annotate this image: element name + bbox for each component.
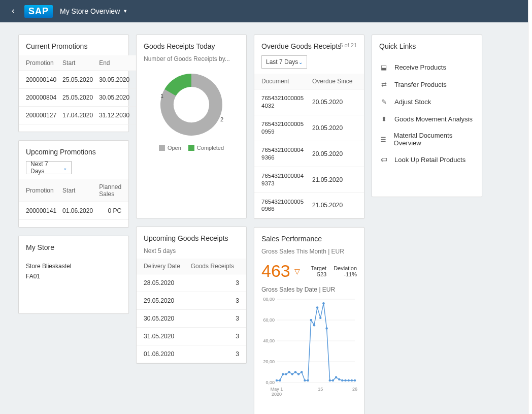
svg-text:26: 26 [352, 387, 357, 392]
card-title: Quick Links [372, 41, 482, 55]
col-planned: Planned Sales [96, 179, 128, 202]
quick-link-adjust-stock[interactable]: ✎Adjust Stock [379, 93, 475, 110]
svg-point-25 [310, 319, 312, 321]
card-title: Current Promotions [19, 41, 128, 55]
deviation-value: -11% [334, 271, 357, 277]
adjust-icon: ✎ [379, 97, 388, 106]
card-upcoming-promotions[interactable]: Upcoming Promotions Next 7 Days ⌄ Promot… [18, 140, 129, 228]
shell-header: SAP My Store Overview ▼ [0, 0, 532, 22]
chart-icon: ⬍ [379, 114, 388, 123]
kpi-value: 463 [261, 261, 290, 281]
quick-link-transfer-products[interactable]: ⇄Transfer Products [379, 76, 475, 93]
svg-point-20 [294, 371, 296, 373]
svg-text:15: 15 [318, 387, 323, 392]
store-name: Store Blieskastel [26, 263, 121, 270]
card-my-store[interactable]: My Store Store Blieskastel FA01 [18, 236, 129, 314]
col-promotion: Promotion [19, 179, 59, 202]
card-title: My Store [19, 242, 128, 257]
svg-text:May 1: May 1 [271, 387, 283, 392]
table-row[interactable]: 28.05.20203 [137, 274, 246, 292]
target-label: Target [311, 265, 327, 271]
table-header-row: Promotion Start Planned Sales [19, 179, 128, 202]
svg-point-33 [335, 376, 337, 378]
col-count: Goods Receipts [188, 259, 246, 274]
transfer-icon: ⇄ [379, 80, 388, 89]
table-row[interactable]: 20000014025.05.202030.05.2020 [19, 71, 137, 89]
table-row[interactable]: 7654321000005095920.05.2020 [254, 115, 364, 141]
chart-subtitle: Gross Sales by Date | EUR [254, 283, 364, 294]
card-subtitle: Next 5 days [137, 247, 246, 259]
svg-point-32 [332, 379, 334, 381]
quick-link-goods-movement-analysis[interactable]: ⬍Goods Movement Analysis [379, 110, 475, 128]
card-subtitle: Gross Sales This Month | EUR [254, 248, 364, 259]
svg-point-26 [313, 324, 315, 326]
svg-point-35 [341, 379, 343, 381]
svg-text:0,00: 0,00 [265, 380, 275, 385]
svg-point-29 [322, 302, 324, 304]
filter-dropdown[interactable]: Last 7 Days ⌄ [261, 55, 307, 69]
table-row[interactable]: 31.05.20203 [137, 328, 246, 345]
svg-point-17 [285, 373, 287, 375]
svg-point-28 [319, 317, 321, 319]
table-row[interactable]: 20000012717.04.202031.12.2030 [19, 107, 137, 124]
document-icon: ☰ [379, 135, 388, 144]
svg-point-39 [354, 379, 356, 381]
svg-point-34 [338, 378, 340, 380]
quick-link-receive-products[interactable]: ⬓Receive Products [379, 58, 475, 76]
legend-completed: Completed [197, 145, 224, 151]
card-sales-performance[interactable]: Sales Performance Gross Sales This Month… [254, 227, 364, 414]
svg-point-30 [325, 328, 327, 330]
quick-link-lookup-products[interactable]: 🏷Look Up Retail Products [379, 151, 475, 168]
svg-point-21 [297, 373, 300, 375]
donut-label-2: 2 [220, 116, 223, 122]
svg-text:2020: 2020 [272, 392, 282, 397]
card-counter: 5 of 21 [340, 42, 357, 48]
legend-open: Open [168, 145, 181, 151]
table-row[interactable]: 29.05.20203 [137, 292, 246, 310]
table-header-row: Delivery Date Goods Receipts [137, 259, 246, 274]
card-title: Upcoming Promotions [19, 147, 128, 161]
table-row[interactable]: 7654321000005403220.05.2020 [254, 89, 364, 115]
filter-value: Last 7 Days [266, 58, 298, 66]
col-document: Document [254, 74, 309, 89]
chevron-down-icon: ⌄ [298, 59, 303, 65]
donut-chart: 1 2 [137, 67, 246, 141]
donut-label-1: 1 [160, 93, 163, 99]
svg-text:40,00: 40,00 [263, 338, 275, 343]
card-overdue-goods-receipts[interactable]: Overdue Goods Receipts 5 of 21 Last 7 Da… [254, 35, 364, 219]
back-button[interactable] [6, 4, 20, 18]
deviation-label: Deviation [334, 265, 357, 271]
card-goods-receipts-today[interactable]: Goods Receipts Today Number of Goods Rec… [136, 35, 247, 218]
col-date: Delivery Date [137, 259, 188, 274]
col-since: Overdue Since [309, 74, 364, 89]
quick-link-material-documents[interactable]: ☰Material Documents Overview [379, 128, 475, 151]
svg-text:80,00: 80,00 [263, 297, 275, 302]
table-row[interactable]: 7654321000005096621.05.2020 [254, 193, 364, 218]
filter-dropdown[interactable]: Next 7 Days ⌄ [26, 161, 72, 174]
page-title: My Store Overview [60, 7, 120, 15]
svg-point-15 [279, 379, 281, 381]
card-title: Upcoming Goods Receipts [137, 233, 246, 247]
table-row[interactable]: 20000080425.05.202030.05.2020 [19, 89, 137, 107]
svg-point-37 [347, 379, 349, 381]
card-upcoming-goods-receipts[interactable]: Upcoming Goods Receipts Next 5 days Deli… [136, 227, 247, 364]
card-title: Sales Performance [254, 234, 364, 248]
table-row[interactable]: 7654321000004937321.05.2020 [254, 167, 364, 193]
svg-point-23 [304, 379, 306, 381]
table-row[interactable]: 20000014101.06.20200 PC [19, 202, 128, 220]
donut-legend: Open Completed [137, 141, 246, 158]
col-start: Start [59, 179, 96, 202]
dashboard: Current Promotions Promotion Start End 2… [0, 22, 532, 414]
card-title: Goods Receipts Today [137, 41, 246, 55]
table-row[interactable]: 01.06.20203 [137, 345, 246, 363]
shell-title-dropdown[interactable]: My Store Overview ▼ [60, 7, 127, 15]
chevron-down-icon: ▼ [123, 9, 127, 14]
filter-value: Next 7 Days [30, 161, 63, 175]
table-row[interactable]: 30.05.20203 [137, 310, 246, 328]
table-row[interactable]: 7654321000004936620.05.2020 [254, 141, 364, 167]
svg-point-27 [316, 307, 318, 309]
card-current-promotions[interactable]: Current Promotions Promotion Start End 2… [18, 35, 129, 132]
inbox-icon: ⬓ [379, 62, 388, 72]
svg-point-36 [344, 379, 346, 381]
table-header-row: Promotion Start End [19, 55, 137, 71]
